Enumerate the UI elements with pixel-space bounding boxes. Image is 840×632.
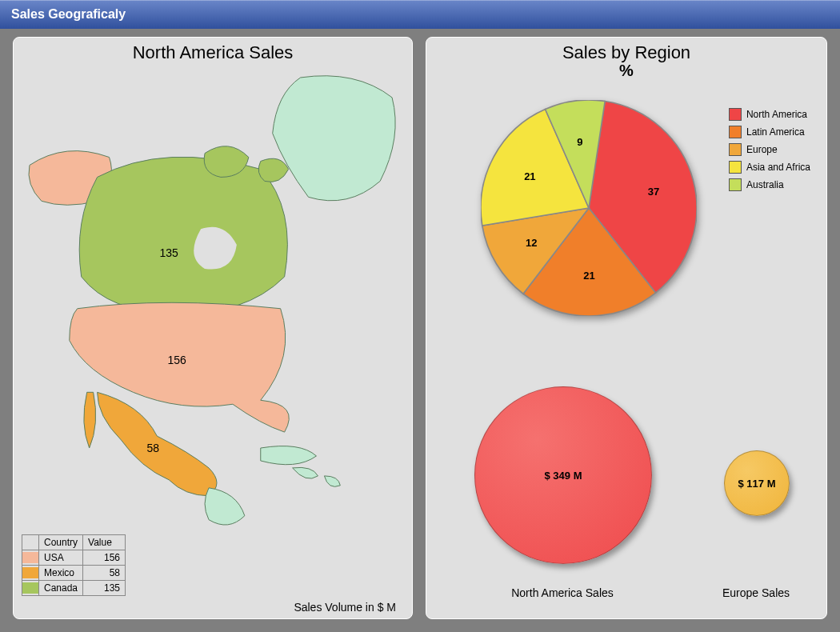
map-caption: Sales Volume in $ M [294,601,396,614]
map-label-canada: 135 [160,246,179,259]
pie-subtitle: % [426,62,826,80]
map-legend-table: Country Value USA 156 Mexico 58 Canada 1… [22,534,126,596]
bubble-chart: $ 349 M $ 117 M North America Sales Euro… [426,378,826,602]
pie-legend: North America Latin America Europe Asia … [729,108,810,196]
legend-item: Latin America [729,126,810,138]
panel-north-america-map: North America Sales [13,37,413,619]
table-row: Mexico 58 [22,566,126,581]
legend-item: Asia and Africa [729,161,810,174]
pie-chart: 372112219 [481,100,697,316]
bubble-caption-eu: Europe Sales [722,586,790,599]
map-legend-header-value: Value [83,535,126,550]
map-label-usa: 156 [168,354,187,366]
bubble-caption-na: North America Sales [511,586,614,599]
panel-sales-by-region: Sales by Region % 372112219 North Americ… [426,37,827,619]
page-title: Sales Geograficaly [11,7,126,22]
header-bar: Sales Geograficaly [0,0,840,29]
map-canvas: 135 156 58 [22,70,404,610]
map-label-mexico: 58 [147,442,160,454]
bubble-north-america: $ 349 M [474,386,652,564]
table-row: USA 156 [22,550,126,566]
map-legend-header-country: Country [39,535,83,550]
bubble-europe: $ 117 M [724,450,790,516]
table-row: Canada 135 [22,581,126,596]
legend-item: Europe [729,143,810,156]
pie-title: Sales by Region [426,42,826,63]
legend-item: Australia [729,178,810,191]
panel-container: North America Sales [13,37,827,619]
map-title: North America Sales [14,42,412,63]
legend-item: North America [729,108,810,121]
